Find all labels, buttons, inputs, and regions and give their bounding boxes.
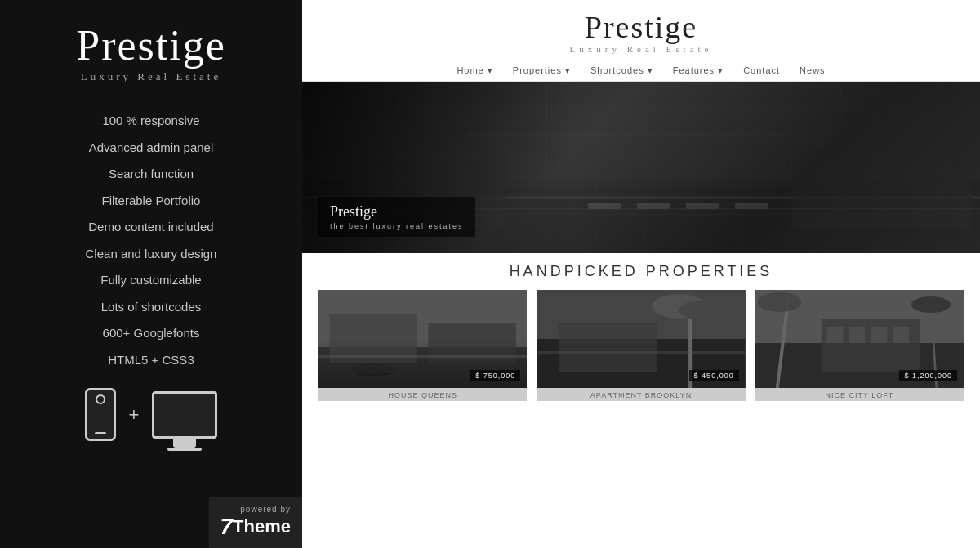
features-list: 100 % responsive Advanced admin panel Se… <box>16 108 286 373</box>
nav-features[interactable]: Features ▾ <box>673 65 724 76</box>
feature-item: Lots of shortcodes <box>16 294 286 321</box>
svg-point-21 <box>351 363 395 376</box>
brand-number: 7 <box>220 514 234 540</box>
svg-rect-18 <box>329 314 417 363</box>
property-card-2[interactable]: $ 450,000 APARTMENT BROOKLYN <box>537 290 745 401</box>
property-card-1[interactable]: $ 750,000 HOUSE QUEENS <box>318 290 527 401</box>
plus-sign: + <box>129 404 140 425</box>
site-title: Prestige <box>310 11 972 42</box>
svg-rect-20 <box>318 355 527 358</box>
devices-row: + <box>85 388 218 441</box>
svg-point-35 <box>911 296 950 313</box>
svg-rect-39 <box>871 327 887 343</box>
hero-section: Prestige the best luxury real estates <box>302 82 980 253</box>
svg-point-33 <box>757 292 801 312</box>
svg-point-27 <box>679 301 724 320</box>
feature-item: Demo content included <box>16 214 286 241</box>
feature-item: Advanced admin panel <box>16 135 286 162</box>
svg-rect-40 <box>893 327 909 343</box>
nav-shortcodes[interactable]: Shortcodes ▾ <box>590 65 653 76</box>
svg-rect-28 <box>559 323 657 372</box>
powered-badge: powered by 7 Theme <box>209 497 303 548</box>
feature-item: Filterable Portfolio <box>16 188 286 215</box>
property-label-2: APARTMENT BROOKLYN <box>537 388 745 401</box>
property-thumb-1: $ 750,000 <box>318 290 527 388</box>
feature-item: 600+ Googlefonts <box>16 320 286 347</box>
feature-item: 100 % responsive <box>16 108 286 135</box>
left-panel: Prestige Luxury Real Estate 100 % respon… <box>0 0 302 548</box>
properties-section: HANDPICKED PROPERTIES <box>302 253 980 548</box>
brand-subtitle: Luxury Real Estate <box>81 70 221 83</box>
nav-properties[interactable]: Properties ▾ <box>513 65 571 76</box>
property-label-3: NICE CITY LOFT <box>755 388 964 401</box>
property-label-1: HOUSE QUEENS <box>318 388 527 401</box>
svg-rect-36 <box>821 319 920 372</box>
nav-news[interactable]: News <box>800 65 826 76</box>
property-price-2: $ 450,000 <box>689 370 739 381</box>
property-price-3: $ 1,200,000 <box>899 370 957 381</box>
phone-icon <box>85 388 116 441</box>
feature-item: Clean and luxury design <box>16 241 286 268</box>
property-thumb-3: $ 1,200,000 <box>755 290 964 388</box>
feature-item: Fully customizable <box>16 267 286 294</box>
feature-item: HTML5 + CSS3 <box>16 347 286 374</box>
brand-title: Prestige <box>76 25 226 67</box>
hero-text-title: Prestige <box>330 203 464 221</box>
property-thumb-2: $ 450,000 <box>537 290 745 388</box>
brand-label: Theme <box>233 516 291 537</box>
site-tagline: Luxury Real Estate <box>310 44 972 54</box>
svg-rect-19 <box>428 323 516 363</box>
svg-rect-37 <box>826 327 843 343</box>
site-header: Prestige Luxury Real Estate Home ▾ Prope… <box>302 0 980 82</box>
property-price-1: $ 750,000 <box>470 370 520 381</box>
properties-grid: $ 750,000 HOUSE QUEENS <box>318 290 964 401</box>
powered-by-text: powered by <box>240 505 291 514</box>
site-nav: Home ▾ Properties ▾ Shortcodes ▾ Feature… <box>310 59 972 81</box>
hero-text-box: Prestige the best luxury real estates <box>318 197 475 237</box>
theme-brand: 7 Theme <box>220 514 292 540</box>
svg-rect-29 <box>537 351 745 354</box>
nav-contact[interactable]: Contact <box>743 65 780 76</box>
right-panel: Prestige Luxury Real Estate Home ▾ Prope… <box>302 0 980 548</box>
section-title: HANDPICKED PROPERTIES <box>318 263 964 280</box>
hero-text-subtitle: the best luxury real estates <box>330 222 464 230</box>
nav-home[interactable]: Home ▾ <box>457 65 492 76</box>
feature-item: Search function <box>16 161 286 188</box>
svg-rect-22 <box>351 365 395 373</box>
svg-rect-17 <box>318 347 527 388</box>
monitor-icon <box>152 391 217 439</box>
property-card-3[interactable]: $ 1,200,000 NICE CITY LOFT <box>755 290 964 401</box>
svg-rect-38 <box>849 327 865 343</box>
